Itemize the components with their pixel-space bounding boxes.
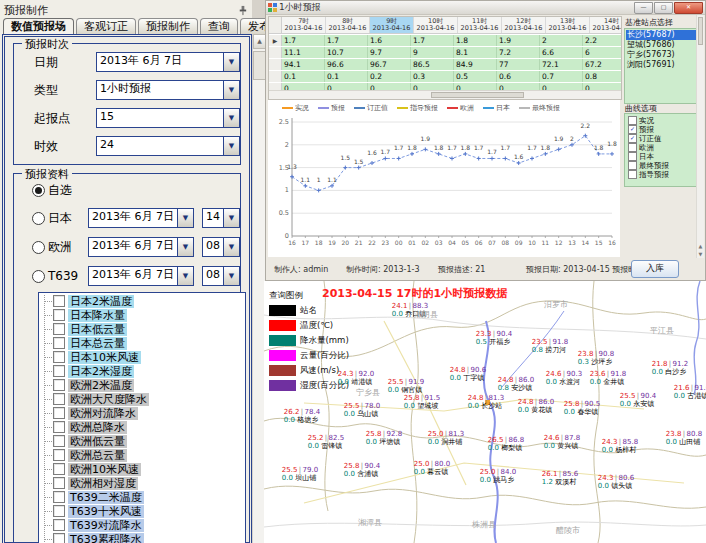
tab-1[interactable]: 客观订正: [76, 18, 136, 34]
checkbox[interactable]: [53, 505, 65, 517]
source-item[interactable]: 欧洲10米风速: [39, 462, 245, 476]
table-cell[interactable]: 2.2: [583, 35, 622, 46]
source-item[interactable]: 欧洲相对湿度: [39, 476, 245, 490]
table-cell[interactable]: 1.7: [411, 35, 454, 46]
source-checkbox-list[interactable]: 日本2米温度日本降水量日本低云量日本总云量日本10米风速日本2米湿度欧洲2米温度…: [38, 292, 246, 543]
checkbox[interactable]: [53, 407, 65, 419]
legend-item[interactable]: 指导预报: [397, 103, 438, 113]
hour-combo-1[interactable]: 14▼: [202, 208, 240, 228]
source-item[interactable]: 欧洲低云量: [39, 434, 245, 448]
map-station[interactable]: 25.0 | 80.00.0 暮云镇: [414, 461, 450, 476]
table-cell[interactable]: 1.9: [497, 35, 540, 46]
table-cell[interactable]: 84.9: [454, 59, 497, 70]
column-header[interactable]: 14时2013-04-16: [590, 17, 622, 33]
checkbox[interactable]: [53, 379, 65, 391]
table-cell[interactable]: 96.7: [368, 59, 411, 70]
column-header[interactable]: 12时2013-04-16: [502, 17, 546, 33]
column-header[interactable]: 13时2013-04-16: [546, 17, 590, 33]
tab-0[interactable]: 数值预报场: [3, 18, 74, 34]
curve-option[interactable]: 欧洲: [626, 143, 702, 152]
checkbox[interactable]: [628, 116, 637, 125]
checkbox[interactable]: [53, 295, 65, 307]
table-cell[interactable]: 77: [497, 59, 540, 70]
scroll-up-arrow-icon[interactable]: ▲: [697, 242, 704, 250]
map-station[interactable]: 24.8 | 86.00.8 安沙镇: [498, 377, 534, 392]
table-cell[interactable]: 8.1: [454, 47, 497, 58]
chevron-down-icon[interactable]: ▼: [223, 109, 239, 127]
source-item[interactable]: T639累积降水: [39, 532, 245, 543]
legend-item[interactable]: 订正值: [354, 103, 388, 113]
source-item[interactable]: T639十米风速: [39, 504, 245, 518]
map-station[interactable]: 25.8 | 91.50.0 望城坡: [404, 395, 440, 410]
combo-3[interactable]: 24▼: [96, 136, 240, 156]
station-list-item[interactable]: 望城(57686): [626, 40, 702, 50]
legend-item[interactable]: 实况: [282, 103, 309, 113]
scrollbar-thumb[interactable]: [431, 92, 525, 98]
source-item[interactable]: 日本2米温度: [39, 294, 245, 308]
source-item[interactable]: 日本总云量: [39, 336, 245, 350]
map-station[interactable]: 24.8 | 81.30.0 长沙站: [468, 395, 504, 410]
source-item[interactable]: T639对流降水: [39, 518, 245, 532]
table-cell[interactable]: 1.7: [282, 35, 325, 46]
window-vertical-scrollbar[interactable]: ▲ ▼: [696, 15, 704, 258]
map-station[interactable]: 25.2 | 82.50.0 雷锋镇: [308, 435, 344, 450]
map-station[interactable]: 24.8 | 86.00.0 黄花镇: [518, 399, 554, 414]
source-item[interactable]: 日本10米风速: [39, 350, 245, 364]
forecast-table[interactable]: 7时2013-04-168时2013-04-169时2013-04-1610时2…: [268, 16, 622, 100]
checkbox[interactable]: [53, 421, 65, 433]
table-cell[interactable]: 86.5: [411, 59, 454, 70]
checkbox[interactable]: [53, 533, 65, 543]
chevron-down-icon[interactable]: ▼: [177, 209, 193, 227]
date-combo-2[interactable]: 2013年 6月 7日▼: [88, 237, 194, 257]
column-header[interactable]: 9时2013-04-16: [370, 17, 414, 33]
table-cell[interactable]: 6: [583, 47, 622, 58]
map-station[interactable]: 21.8 | 91.20.0 白沙乡: [652, 361, 688, 376]
table-cell[interactable]: 1.7: [325, 35, 368, 46]
checkbox[interactable]: [53, 435, 65, 447]
table-cell[interactable]: 0.2: [368, 71, 411, 82]
checkbox[interactable]: [628, 161, 637, 170]
map-station[interactable]: 25.8 | 92.80.0 坪塘镇: [366, 431, 402, 446]
checkbox[interactable]: [628, 152, 637, 161]
column-header[interactable]: 10时2013-04-16: [414, 17, 458, 33]
curve-option[interactable]: 指导预报: [626, 170, 702, 179]
base-station-list[interactable]: 长沙(57687)望城(57686)宁乡(57673)浏阳(57691): [624, 28, 704, 104]
combo-0[interactable]: 2013年 6月 7日▼: [96, 52, 240, 72]
table-cell[interactable]: 6.6: [540, 47, 583, 58]
legend-item[interactable]: 欧洲: [447, 103, 474, 113]
radio-2[interactable]: [32, 241, 45, 254]
map-station[interactable]: 24.3 | 92.00.0 靖港镇: [338, 371, 374, 386]
curve-option[interactable]: ✓预报: [626, 125, 702, 134]
table-cell[interactable]: 0.6: [497, 71, 540, 82]
chevron-down-icon[interactable]: ▼: [223, 238, 239, 256]
map-station[interactable]: 23.8 | 80.80.0 山田铺: [666, 431, 702, 446]
map-station[interactable]: 23.3 | 90.40.5 开福乡: [476, 331, 512, 346]
table-cell[interactable]: 11.1: [282, 47, 325, 58]
curve-options-list[interactable]: 实况✓预报✓订正值欧洲日本最终预报指导预报: [624, 113, 704, 187]
map-station[interactable]: 25.0 | 81.30.0 洞井铺: [428, 431, 464, 446]
column-header[interactable]: 8时2013-04-16: [326, 17, 370, 33]
source-item[interactable]: 日本低云量: [39, 322, 245, 336]
table-cell[interactable]: 94.1: [282, 59, 325, 70]
table-cell[interactable]: 1.6: [368, 35, 411, 46]
map-station[interactable]: 25.0 | 84.00.0 跳马乡: [480, 469, 516, 484]
radio-0[interactable]: [32, 184, 45, 197]
station-list-item[interactable]: 长沙(57687): [626, 30, 702, 40]
table-cell[interactable]: 0.7: [540, 71, 583, 82]
map-station[interactable]: 23.6 | 91.80.0 金井镇: [590, 371, 626, 386]
checkbox[interactable]: [53, 323, 65, 335]
chevron-down-icon[interactable]: ▼: [223, 209, 239, 227]
map-station[interactable]: 26.1 | 85.61.2 双溪村: [542, 471, 578, 486]
store-button[interactable]: 入库: [631, 260, 679, 278]
table-cell[interactable]: 1.8: [454, 35, 497, 46]
table-cell[interactable]: 9: [411, 47, 454, 58]
checkbox[interactable]: [53, 393, 65, 405]
chevron-down-icon[interactable]: ▼: [177, 267, 193, 285]
chevron-down-icon[interactable]: ▼: [223, 53, 239, 71]
checkbox[interactable]: [628, 170, 637, 179]
column-header[interactable]: 7时2013-04-16: [282, 17, 326, 33]
map-station[interactable]: 24.3 | 80.60.0 镇头镇: [598, 475, 634, 490]
minimize-button[interactable]: —: [634, 2, 653, 14]
table-cell[interactable]: 0.1: [325, 71, 368, 82]
checkbox[interactable]: [53, 491, 65, 503]
